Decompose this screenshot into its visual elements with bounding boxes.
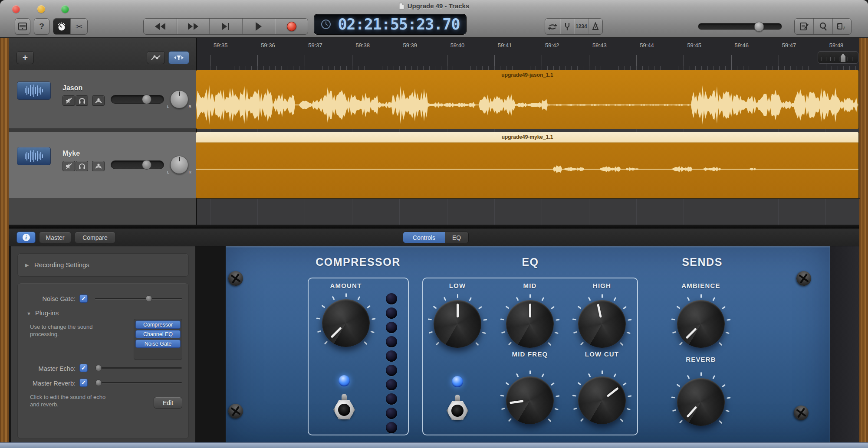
track-name[interactable]: Myke	[62, 150, 80, 157]
disclosure-icon[interactable]: ▶	[25, 262, 29, 268]
record-enable-button[interactable]	[92, 161, 105, 171]
plugin-button-compressor[interactable]: Compressor	[135, 320, 181, 329]
panel-divider[interactable]	[9, 225, 859, 229]
rack-side-panel	[830, 246, 859, 442]
track-volume-thumb[interactable]	[142, 95, 151, 104]
tuner-button[interactable]	[560, 19, 574, 34]
ruler-label: 59:43	[592, 42, 607, 49]
ruler-label: 59:44	[640, 42, 654, 49]
master-echo-thumb[interactable]	[95, 365, 102, 371]
ruler-label: 59:42	[545, 42, 559, 49]
quick-help-button[interactable]: ?	[34, 18, 49, 35]
audio-region-myke[interactable]: upgrade49-myke_1.1	[196, 132, 858, 198]
horizontal-zoom-slider[interactable]	[818, 51, 858, 64]
media-browser-button[interactable]: ♪	[832, 19, 851, 34]
solo-button[interactable]	[76, 95, 88, 106]
track-header-jason[interactable]: Jason LR	[9, 70, 196, 129]
track-settings-panel: ▶ Recording Settings Noise Gate: ✓ ▼ Plu…	[11, 246, 195, 442]
plugins-label[interactable]: Plug-ins	[35, 309, 59, 317]
title-and-toolbar: Upgrade 49 - Tracks ? ✂ 0	[0, 0, 868, 38]
solo-button[interactable]	[76, 161, 88, 171]
eq-power-led	[452, 376, 463, 387]
tab-eq[interactable]: EQ	[445, 232, 468, 243]
waveform-myke	[196, 143, 858, 198]
eq-toggle-switch[interactable]	[445, 395, 470, 422]
screw-icon	[225, 401, 246, 421]
noise-gate-slider[interactable]	[95, 298, 182, 299]
compare-button[interactable]: Compare	[75, 232, 115, 243]
ambience-knob[interactable]	[671, 294, 731, 354]
track-volume-slider[interactable]	[111, 160, 164, 169]
high-knob[interactable]	[572, 294, 632, 354]
tab-controls[interactable]: Controls	[403, 232, 445, 243]
track-name[interactable]: Jason	[62, 84, 82, 92]
record-enable-button[interactable]	[92, 95, 105, 106]
edit-button[interactable]: Edit	[154, 397, 182, 409]
controls-eq-tabs: Controls EQ	[403, 232, 469, 243]
catch-playhead-button[interactable]	[168, 51, 189, 64]
echo-reverb-help-text: Click to edit the sound of echo and reve…	[30, 393, 112, 408]
reverb-knob[interactable]	[671, 372, 731, 432]
smart-controls-button[interactable]	[53, 19, 70, 34]
add-track-button[interactable]: +	[16, 51, 34, 64]
mute-button[interactable]	[62, 95, 75, 106]
inspector-button[interactable]: i	[16, 232, 36, 243]
smart-controls-menu-bar: i Master Compare Controls EQ	[9, 229, 859, 246]
metronome-button[interactable]	[588, 19, 602, 34]
waveform-jason	[196, 77, 858, 129]
compressor-power-led	[339, 375, 350, 386]
track-volume-thumb[interactable]	[142, 160, 151, 170]
zoom-thumb[interactable]	[841, 53, 845, 62]
master-button[interactable]: Master	[39, 232, 71, 243]
ruler-label: 59:38	[355, 42, 370, 49]
forward-button[interactable]	[177, 19, 210, 34]
ruler-label: 59:35	[214, 42, 228, 49]
noise-gate-checkbox[interactable]: ✓	[79, 294, 88, 303]
lcd-display[interactable]: 02:21:55:23.70	[314, 14, 467, 35]
recording-settings-label[interactable]: Recording Settings	[34, 261, 89, 268]
amount-knob[interactable]	[316, 293, 376, 353]
library-button[interactable]	[15, 18, 30, 35]
track-volume-slider[interactable]	[111, 95, 164, 104]
plugin-button-noise-gate[interactable]: Noise Gate	[135, 340, 181, 348]
ruler-label: 59:41	[498, 42, 512, 49]
play-button[interactable]	[242, 19, 275, 34]
ruler-label: 59:36	[261, 42, 275, 49]
track-header-myke[interactable]: Myke LR	[9, 132, 196, 198]
notepad-button[interactable]	[795, 19, 813, 34]
compressor-toggle-switch[interactable]	[332, 394, 357, 421]
gain-reduction-meter	[386, 293, 397, 436]
plugin-button-channel-eq[interactable]: Channel EQ	[135, 330, 181, 338]
count-in-button[interactable]: 1234	[574, 19, 588, 34]
mid-freq-knob[interactable]	[500, 370, 560, 431]
pan-knob[interactable]: LR	[170, 156, 188, 174]
plugins-help-text: Use to change the sound processing.	[30, 323, 106, 338]
volume-slider-thumb[interactable]	[754, 22, 764, 32]
master-echo-checkbox[interactable]: ✓	[79, 364, 88, 372]
disclosure-icon[interactable]: ▼	[26, 311, 31, 316]
master-reverb-slider[interactable]	[95, 382, 182, 383]
master-reverb-thumb[interactable]	[95, 379, 102, 386]
low-knob[interactable]	[427, 294, 488, 354]
info-icon: i	[23, 234, 30, 241]
record-button[interactable]	[275, 19, 308, 34]
low-cut-knob[interactable]	[572, 370, 632, 431]
automation-button[interactable]	[147, 51, 165, 64]
pan-knob[interactable]: LR	[170, 90, 188, 108]
go-to-end-button[interactable]	[209, 19, 242, 34]
meter-led	[386, 350, 397, 362]
loop-browser-button[interactable]	[813, 19, 832, 34]
audio-region-jason[interactable]: upgrade49-jason_1.1	[196, 70, 858, 129]
meter-led	[386, 408, 397, 419]
master-volume-slider[interactable]	[698, 23, 782, 30]
mid-knob[interactable]	[500, 294, 560, 354]
timeline-ruler[interactable]: 59:3559:3659:3759:3859:3959:4059:4159:42…	[196, 38, 859, 70]
editor-button[interactable]: ✂	[70, 19, 87, 34]
cycle-button[interactable]	[545, 19, 560, 34]
noise-gate-thumb[interactable]	[146, 295, 152, 302]
rewind-button[interactable]	[144, 19, 177, 34]
master-reverb-checkbox[interactable]: ✓	[79, 379, 88, 387]
master-echo-slider[interactable]	[95, 367, 182, 369]
mute-button[interactable]	[62, 161, 75, 171]
ruler-label: 59:37	[308, 42, 322, 49]
